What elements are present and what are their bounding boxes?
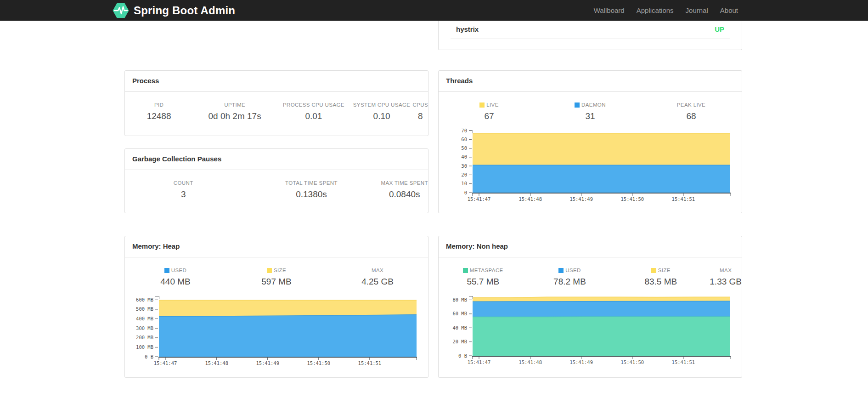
metric-value: 440 MB (125, 277, 226, 287)
svg-text:60 MB: 60 MB (452, 311, 467, 316)
legend-swatch (463, 268, 468, 273)
metric-label: SIZE (658, 268, 671, 273)
metric: COUNT 3 (125, 180, 242, 199)
right-column: hystrix UP Threads LIVE 67 DAEMON 31 (438, 21, 742, 378)
application-name: hystrix (456, 25, 479, 33)
left-column: Process PID 12488 UPTIME 0d 0h 2m 17s PR… (124, 21, 428, 378)
nav-link[interactable]: Journal (680, 6, 714, 14)
svg-text:20: 20 (461, 172, 467, 177)
metric-value: 0.10 (351, 111, 413, 121)
svg-text:15:41:50: 15:41:50 (621, 196, 644, 202)
metric: DAEMON 31 (540, 102, 641, 121)
metric-value: 0.01 (276, 111, 351, 121)
svg-text:15:41:47: 15:41:47 (468, 359, 491, 365)
metric: SIZE 83.5 MB (612, 268, 710, 287)
legend-swatch (267, 268, 272, 273)
metric-value: 3 (125, 189, 242, 199)
metric: UPTIME 0d 0h 2m 17s (193, 102, 276, 121)
gc-card-title: Garbage Collection Pauses (125, 149, 428, 170)
metric-label: CPUS (412, 102, 428, 108)
legend-swatch (479, 102, 485, 108)
metric-label: COUNT (174, 180, 193, 186)
metric-label: METASPACE (470, 268, 503, 273)
metric: METASPACE 55.7 MB (439, 268, 528, 287)
metric: PID 12488 (125, 102, 193, 121)
svg-text:15:41:47: 15:41:47 (154, 360, 177, 366)
metric-value: 31 (540, 111, 641, 121)
metric: SYSTEM CPU USAGE 0.10 (351, 102, 413, 121)
svg-text:15:41:50: 15:41:50 (621, 359, 644, 365)
memory-nonheap-chart: 0 B20 MB40 MB60 MB80 MB15:41:4715:41:481… (446, 293, 742, 369)
app-title: Spring Boot Admin (134, 4, 235, 17)
metric: TOTAL TIME SPENT 0.1380s (242, 180, 381, 199)
svg-text:0 B: 0 B (458, 353, 467, 359)
threads-card-title: Threads (439, 71, 742, 92)
svg-text:300 MB: 300 MB (136, 325, 153, 331)
brand-link[interactable]: Spring Boot Admin (113, 3, 235, 18)
metric-label: MAX (720, 268, 732, 273)
metric-value: 8 (412, 111, 428, 121)
metric-label: USED (565, 268, 581, 273)
svg-text:40 MB: 40 MB (452, 325, 467, 330)
metric-label: SIZE (274, 268, 286, 273)
svg-text:15:41:49: 15:41:49 (569, 359, 593, 365)
svg-text:0 B: 0 B (145, 354, 153, 359)
metric-label: SYSTEM CPU USAGE (353, 102, 411, 108)
nav-link[interactable]: Applications (631, 6, 680, 14)
metric-label: MAX (372, 268, 383, 273)
application-row[interactable]: hystrix UP (451, 21, 730, 39)
gc-metrics: COUNT 3 TOTAL TIME SPENT 0.1380s MAX TIM… (125, 170, 428, 199)
spacer (124, 21, 428, 70)
metric-label: TOTAL TIME SPENT (285, 180, 338, 186)
svg-text:100 MB: 100 MB (136, 344, 153, 350)
metric-value: 0d 0h 2m 17s (193, 111, 276, 121)
nav-link[interactable]: Wallboard (588, 6, 631, 14)
metric-value: 83.5 MB (612, 277, 710, 287)
heap-card-title: Memory: Heap (125, 236, 428, 257)
svg-text:15:41:49: 15:41:49 (569, 196, 593, 202)
metric: PEAK LIVE 68 (641, 102, 742, 121)
nav-links: WallboardApplicationsJournalAbout (588, 6, 744, 14)
svg-text:30: 30 (461, 163, 467, 169)
legend-swatch (164, 268, 169, 273)
metric-value: 597 MB (226, 277, 327, 287)
process-card-title: Process (125, 71, 428, 92)
metric-label: USED (171, 268, 187, 273)
nonheap-card-title: Memory: Non heap (439, 236, 742, 257)
metric-value: 0.1380s (242, 189, 381, 199)
metric-label: LIVE (486, 102, 499, 108)
metric: MAX 1.33 GB (710, 268, 742, 287)
metric-value: 4.25 GB (327, 277, 428, 287)
dashboard: Process PID 12488 UPTIME 0d 0h 2m 17s PR… (124, 21, 742, 378)
heap-metrics: USED 440 MB SIZE 597 MB MAX 4.25 GB (125, 257, 428, 287)
svg-text:600 MB: 600 MB (136, 297, 153, 302)
svg-text:40: 40 (461, 154, 467, 159)
metric-value: 1.33 GB (710, 277, 742, 287)
threads-chart: 01020304050607015:41:4715:41:4815:41:491… (446, 128, 742, 205)
metric: MAX TIME SPENT 0.0840s (381, 180, 428, 199)
legend-swatch (575, 102, 580, 108)
metric-value: 12488 (125, 111, 193, 121)
svg-text:60: 60 (461, 137, 467, 142)
metric-label: PEAK LIVE (677, 102, 705, 108)
metric-label: PROCESS CPU USAGE (283, 102, 344, 108)
pulse-hexagon-icon (113, 3, 129, 18)
threads-metrics: LIVE 67 DAEMON 31 PEAK LIVE 68 (439, 92, 742, 121)
metric-value: 55.7 MB (439, 277, 528, 287)
memory-heap-card: Memory: Heap USED 440 MB SIZE 597 MB MAX (124, 236, 428, 378)
nav-link[interactable]: About (714, 6, 744, 14)
svg-text:400 MB: 400 MB (136, 316, 153, 321)
metric-value: 0.0840s (381, 189, 428, 199)
navbar: Spring Boot Admin WallboardApplicationsJ… (0, 0, 868, 21)
memory-heap-chart: 0 B100 MB200 MB300 MB400 MB500 MB600 MB1… (132, 293, 428, 370)
svg-text:15:41:48: 15:41:48 (519, 359, 542, 365)
svg-text:200 MB: 200 MB (136, 335, 153, 340)
svg-text:15:41:47: 15:41:47 (468, 196, 491, 202)
metric-label: DAEMON (581, 102, 606, 108)
svg-text:50: 50 (461, 145, 467, 151)
metric-label: MAX TIME SPENT (381, 180, 428, 186)
metric: PROCESS CPU USAGE 0.01 (276, 102, 351, 121)
metric: MAX 4.25 GB (327, 268, 428, 287)
memory-nonheap-card: Memory: Non heap METASPACE 55.7 MB USED … (438, 236, 742, 378)
metric-label: PID (154, 102, 163, 108)
